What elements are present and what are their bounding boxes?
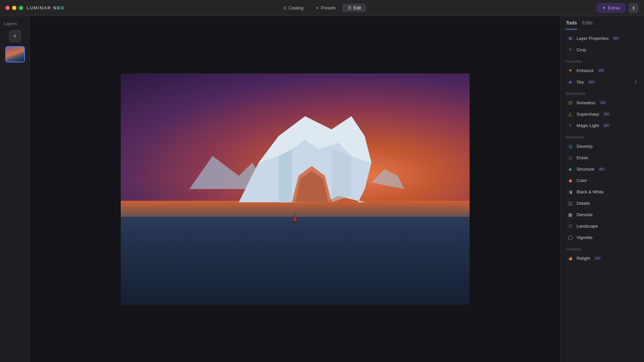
right-panel: Tools Edits ⊞ Layer Properties pro ⌗ Cro… [560,16,644,362]
vignette-icon: ◯ [567,234,573,240]
tool-magic-light[interactable]: ✧ Magic Light pro [562,120,643,131]
tool-vignette[interactable]: ◯ Vignette [562,232,643,243]
tool-sky[interactable]: ◈ Sky pro ❯ [562,76,643,87]
noiseless-label: Noiseless [577,100,595,105]
titlebar: LUMINAR NEO ⊟ Catalog ✦ Presets ☰ Edit ✦… [0,0,644,16]
catalog-label: Catalog [288,5,304,10]
tool-erase[interactable]: ◻ Erase [562,152,643,163]
magic-light-label: Magic Light [577,123,599,128]
tool-crop[interactable]: ⌗ Crop [562,44,643,55]
minimize-button[interactable] [12,6,16,10]
photo-background [121,73,470,305]
edit-icon: ☰ [348,6,352,10]
tab-tools[interactable]: Tools [566,20,577,29]
relight-icon: ◕ [567,255,573,261]
catalog-icon: ⊟ [283,6,286,10]
details-label: Details [577,201,590,206]
presets-nav-button[interactable]: ✦ Presets [310,4,341,12]
sky-label: Sky [577,79,584,84]
extras-label: Extras [608,5,620,10]
structure-badge: pro [598,167,605,171]
supersharp-label: Supersharp [577,112,599,117]
favorites-header: Favorites [560,55,644,65]
presets-label: Presets [321,5,336,10]
structure-label: Structure [577,167,594,172]
enhance-label: Enhance [577,68,594,73]
develop-label: Develop [577,144,593,149]
share-button[interactable]: ⬆ [629,3,639,13]
sky-chevron-icon: ❯ [634,79,637,84]
tool-layer-properties[interactable]: ⊞ Layer Properties pro [562,33,643,44]
share-icon: ⬆ [632,5,636,11]
supersharp-badge: pro [603,112,610,116]
main-area: Layers + [0,16,644,362]
tool-develop[interactable]: ◎ Develop [562,140,643,152]
layers-title: Layers [4,21,17,26]
color-icon: ◉ [567,177,573,183]
denoise-label: Denoise [577,212,593,217]
edit-nav-button[interactable]: ☰ Edit [342,4,366,12]
edit-label: Edit [354,5,361,10]
erase-icon: ◻ [567,155,573,161]
tool-color[interactable]: ◉ Color [562,175,643,186]
landscape-icon: ⬡ [567,223,573,229]
layer-thumb-inner [6,47,24,62]
photo-canvas [121,73,470,305]
magic-light-icon: ✧ [567,122,573,128]
noiseless-badge: pro [599,101,606,105]
app-logo: LUMINAR NEO [26,5,65,10]
catalog-nav-button[interactable]: ⊟ Catalog [278,4,309,12]
extras-star-icon: ✦ [602,5,606,10]
creative-header: Creative [560,243,644,252]
black-white-label: Black & White [577,189,604,194]
layer-properties-badge: pro [612,36,620,40]
nav-tabs: ⊟ Catalog ✦ Presets ☰ Edit [278,4,366,12]
develop-icon: ◎ [567,143,573,149]
essentials-header: Essentials [560,131,644,140]
vignette-label: Vignette [577,235,592,240]
magic-light-badge: pro [603,123,610,127]
panel-scroll[interactable]: ⊞ Layer Properties pro ⌗ Crop Favorites … [560,30,644,362]
tool-details[interactable]: ◫ Details [562,197,643,209]
supersharp-icon: △ [567,111,573,117]
tool-landscape[interactable]: ⬡ Landscape [562,220,643,232]
denoise-icon: ▦ [567,212,573,218]
sailboat [292,213,297,223]
tab-edits[interactable]: Edits [582,20,593,29]
tool-relight[interactable]: ◕ Relight pro [562,252,643,264]
enhance-icon: ✦ [567,67,573,73]
relight-label: Relight [577,256,590,261]
layer-properties-label: Layer Properties [577,36,608,41]
layers-icon: ⊞ [567,35,573,41]
noiseless-icon: ⊡ [567,100,573,106]
layer-thumbnail[interactable] [5,46,25,62]
erase-label: Erase [577,155,588,160]
add-layer-button[interactable]: + [9,30,21,42]
sailboat-hull [292,221,297,223]
black-white-icon: ◑ [567,189,573,195]
sky-badge: pro [588,80,595,84]
tool-supersharp[interactable]: △ Supersharp pro [562,108,643,120]
presets-icon: ✦ [316,6,319,10]
details-icon: ◫ [567,200,573,206]
extras-button[interactable]: ✦ Extras [597,3,625,12]
tool-black-white[interactable]: ◑ Black & White [562,186,643,197]
crop-icon: ⌗ [567,47,573,53]
sky-icon: ◈ [567,79,573,85]
traffic-lights [5,6,23,10]
crop-label: Crop [577,47,586,52]
color-label: Color [577,178,587,183]
maximize-button[interactable] [19,6,23,10]
structure-icon: ◈ [567,166,573,172]
tool-denoise[interactable]: ▦ Denoise [562,209,643,220]
sailboat-sail [293,214,296,222]
tool-enhance[interactable]: ✦ Enhance pro [562,65,643,76]
canvas-area [30,16,560,362]
titlebar-right: ✦ Extras ⬆ [597,3,639,13]
extensions-header: Extensions [560,87,644,97]
panel-tabs: Tools Edits [560,16,644,30]
close-button[interactable] [5,6,10,10]
tool-noiseless[interactable]: ⊡ Noiseless pro [562,97,643,108]
landscape-label: Landscape [577,224,598,229]
tool-structure[interactable]: ◈ Structure pro [562,163,643,175]
